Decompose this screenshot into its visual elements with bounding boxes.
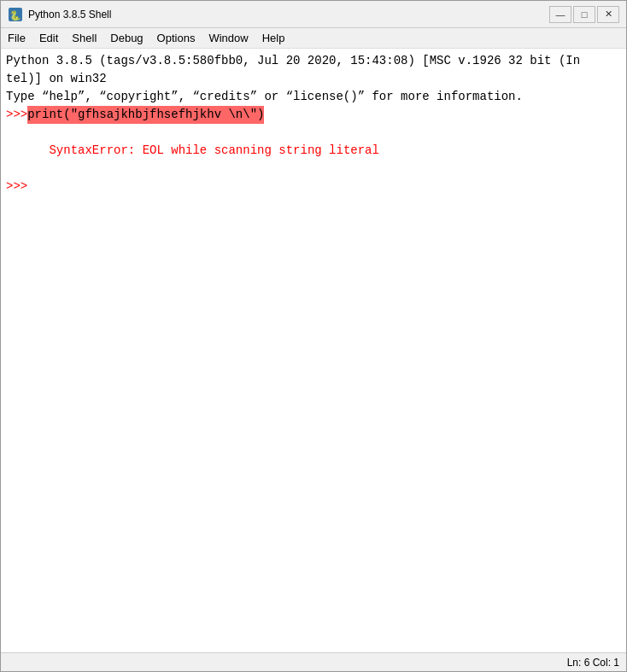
error-keyword-eol: EOL <box>143 143 164 157</box>
status-text: Ln: 6 Col: 1 <box>567 657 619 669</box>
error-text-while: while scanning string literal <box>164 143 379 157</box>
menu-debug[interactable]: Debug <box>103 28 149 48</box>
shell-input-line: >>> print("gfhsajkhbjfhsefhjkhv \n\") <box>6 106 621 124</box>
error-label: SyntaxError: <box>49 143 142 157</box>
shell-error-line: SyntaxError: EOL while scanning string l… <box>6 124 621 178</box>
menu-file[interactable]: File <box>1 28 32 48</box>
python-shell-window: 🐍 Python 3.8.5 Shell — □ ✕ File Edit She… <box>0 0 627 672</box>
menu-edit[interactable]: Edit <box>32 28 65 48</box>
minimize-button[interactable]: — <box>549 6 571 23</box>
window-icon: 🐍 <box>8 7 23 22</box>
window-title: Python 3.8.5 Shell <box>28 9 549 20</box>
shell-input-highlighted: print("gfhsajkhbjfhsefhjkhv \n\") <box>27 106 264 124</box>
prompt-symbol-1: >>> <box>6 106 27 124</box>
menu-options[interactable]: Options <box>150 28 202 48</box>
menu-help[interactable]: Help <box>255 28 292 48</box>
shell-content[interactable]: Python 3.8.5 (tags/v3.8.5:580fbb0, Jul 2… <box>1 49 626 652</box>
shell-line-3: Type “help”, “copyright”, “credits” or “… <box>6 88 621 106</box>
window-controls: — □ ✕ <box>549 6 619 23</box>
menu-bar: File Edit Shell Debug Options Window Hel… <box>1 28 626 49</box>
close-button[interactable]: ✕ <box>597 6 619 23</box>
prompt-symbol-2: >>> <box>6 178 27 196</box>
menu-shell[interactable]: Shell <box>65 28 103 48</box>
shell-line-2: tel)] on win32 <box>6 70 621 88</box>
status-bar: Ln: 6 Col: 1 <box>1 652 626 671</box>
shell-line-1: Python 3.8.5 (tags/v3.8.5:580fbb0, Jul 2… <box>6 52 621 70</box>
title-bar: 🐍 Python 3.8.5 Shell — □ ✕ <box>1 1 626 28</box>
svg-text:🐍: 🐍 <box>9 9 21 21</box>
shell-prompt-2: >>> <box>6 178 621 196</box>
menu-window[interactable]: Window <box>202 28 255 48</box>
maximize-button[interactable]: □ <box>573 6 595 23</box>
